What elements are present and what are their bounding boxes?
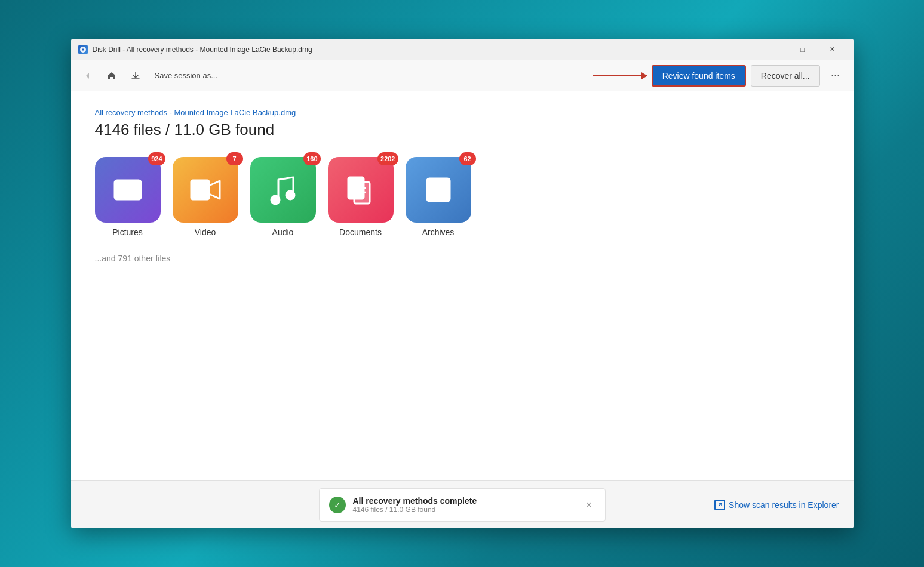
window-title: Disk Drill - All recovery methods - Moun… (93, 45, 759, 54)
other-files-label: ...and 791 other files (95, 254, 830, 263)
category-tile-archives[interactable]: 62 Archives (406, 157, 471, 237)
title-bar: Disk Drill - All recovery methods - Moun… (71, 39, 854, 60)
video-label: Video (195, 227, 216, 237)
documents-label: Documents (339, 227, 382, 237)
svg-point-8 (286, 191, 294, 199)
maximize-button[interactable]: □ (789, 41, 816, 58)
category-tile-video[interactable]: 7 Video (173, 157, 238, 237)
save-session-label[interactable]: Save session as... (150, 71, 223, 80)
scan-subtitle: All recovery methods - Mounted Image LaC… (95, 108, 830, 117)
bottom-bar: ✓ All recovery methods complete 4146 fil… (71, 480, 854, 528)
notification-subtitle: 4146 files / 11.0 GB found (353, 506, 576, 514)
download-button[interactable] (126, 66, 145, 85)
category-tile-audio[interactable]: 160 Audio (250, 157, 316, 237)
svg-rect-1 (115, 180, 141, 199)
tile-icon-wrap: 924 (95, 157, 161, 223)
external-link-icon (714, 500, 725, 510)
audio-badge: 160 (303, 152, 320, 165)
main-content: All recovery methods - Mounted Image LaC… (71, 91, 854, 480)
show-scan-results-link[interactable]: Show scan results in Explorer (714, 500, 839, 510)
audio-tile-icon (250, 157, 316, 223)
pictures-badge: 924 (148, 152, 165, 165)
toolbar: Save session as... Review found items Re… (71, 60, 854, 91)
app-icon (78, 45, 88, 54)
tile-icon-wrap: 160 (250, 157, 316, 223)
show-scan-results-label: Show scan results in Explorer (729, 500, 839, 510)
archives-badge: 62 (459, 152, 476, 165)
documents-tile-icon (328, 157, 394, 223)
app-window: Disk Drill - All recovery methods - Moun… (71, 39, 854, 528)
pictures-tile-icon (95, 157, 161, 223)
window-controls: − □ ✕ (759, 41, 846, 58)
tile-icon-wrap: 2202 (328, 157, 394, 223)
minimize-button[interactable]: − (759, 41, 787, 58)
svg-rect-14 (427, 178, 450, 201)
tile-icon-wrap: 7 (173, 157, 238, 223)
notification-box: ✓ All recovery methods complete 4146 fil… (319, 488, 606, 522)
category-list: 924 Pictures 7 Video 160 Audio 2202 Docu… (95, 157, 830, 237)
pictures-label: Pictures (112, 227, 143, 237)
back-button[interactable] (78, 66, 97, 85)
notification-title: All recovery methods complete (353, 496, 576, 506)
scan-title: 4146 files / 11.0 GB found (95, 121, 830, 139)
arrow-indicator (593, 75, 647, 76)
notification-content: All recovery methods complete 4146 files… (353, 496, 576, 514)
archives-label: Archives (422, 227, 455, 237)
notification-close-button[interactable]: × (582, 498, 595, 511)
video-tile-icon (173, 157, 238, 223)
home-button[interactable] (102, 66, 121, 85)
close-button[interactable]: ✕ (819, 41, 846, 58)
audio-label: Audio (272, 227, 294, 237)
video-badge: 7 (226, 152, 243, 165)
red-arrow (593, 75, 647, 76)
documents-badge: 2202 (377, 152, 398, 165)
archives-tile-icon (406, 157, 471, 223)
recover-all-button[interactable]: Recover all... (751, 65, 820, 87)
category-tile-documents[interactable]: 2202 Documents (328, 157, 394, 237)
more-options-button[interactable]: ··· (825, 65, 846, 87)
svg-point-7 (271, 196, 280, 204)
category-tile-pictures[interactable]: 924 Pictures (95, 157, 161, 237)
review-found-items-button[interactable]: Review found items (652, 65, 746, 87)
tile-icon-wrap: 62 (406, 157, 471, 223)
success-icon: ✓ (329, 497, 346, 513)
